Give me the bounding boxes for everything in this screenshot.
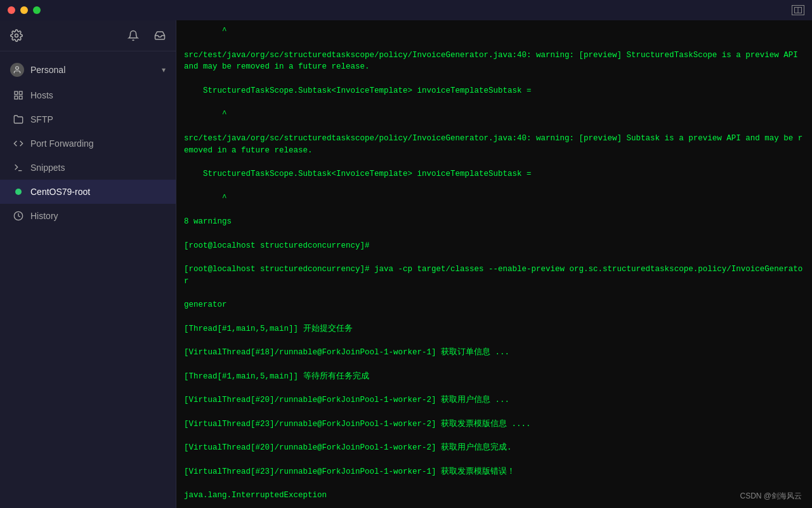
sidebar-item-history[interactable]: History: [0, 204, 176, 228]
terminal-line: src/test/java/org/sc/structuredtaskscope…: [184, 50, 804, 74]
terminal-text: ^ src/test/java/org/sc/structuredtasksco…: [184, 25, 804, 508]
sidebar-item-centos79-root[interactable]: CentOS79-root: [0, 180, 176, 204]
terminal-line: [Thread[#1,main,5,main]] 开始提交任务: [184, 323, 804, 335]
svg-rect-6: [15, 96, 18, 99]
sidebar-item-sftp[interactable]: SFTP: [0, 107, 176, 131]
terminal-line: [root@localhost structuredconcurrency]# …: [184, 264, 804, 288]
watermark: CSDN @剑海风云: [740, 490, 802, 502]
settings-button[interactable]: [10, 29, 23, 42]
sidebar-toolbar: [0, 20, 176, 51]
hosts-label: Hosts: [30, 90, 53, 100]
history-label: History: [30, 211, 58, 221]
terminal-line: [VirtualThread[#20]/runnable@ForkJoinPoo…: [184, 394, 804, 406]
personal-avatar: [10, 63, 24, 77]
svg-rect-7: [19, 96, 22, 99]
svg-point-9: [15, 189, 22, 195]
terminal-line: generator: [184, 299, 804, 311]
personal-section: Personal ▾ Hosts: [0, 51, 176, 233]
terminal-line: ^: [184, 25, 804, 37]
terminal-output[interactable]: ^ src/test/java/org/sc/structuredtasksco…: [176, 20, 812, 508]
sftp-label: SFTP: [30, 114, 53, 124]
inbox-button[interactable]: [154, 30, 166, 41]
centos79-active-icon: [13, 186, 24, 197]
port-forwarding-label: Port Forwarding: [30, 138, 94, 149]
svg-rect-4: [15, 91, 18, 95]
personal-chevron-icon: ▾: [162, 65, 166, 74]
terminal-line: [VirtualThread[#23]/runnable@ForkJoinPoo…: [184, 466, 804, 478]
svg-point-2: [15, 34, 18, 37]
notifications-button[interactable]: [128, 30, 139, 41]
centos79-root-label: CentOS79-root: [30, 187, 90, 197]
titlebar: [0, 0, 812, 20]
snippets-label: Snippets: [30, 163, 65, 173]
snippets-icon: [13, 162, 24, 173]
close-button[interactable]: [8, 6, 15, 14]
svg-point-3: [16, 67, 19, 70]
sidebar-item-hosts[interactable]: Hosts: [0, 83, 176, 107]
terminal-line: [VirtualThread[#20]/runnable@ForkJoinPoo…: [184, 442, 804, 454]
terminal-line: [VirtualThread[#18]/runnable@ForkJoinPoo…: [184, 347, 804, 359]
terminal-line: ^: [184, 192, 804, 204]
svg-rect-5: [19, 91, 22, 95]
terminal-line: [root@localhost structuredconcurrency]#: [184, 240, 804, 252]
terminal-line: StructuredTaskScope.Subtask<InvoiceTempl…: [184, 85, 804, 97]
personal-group-header[interactable]: Personal ▾: [0, 57, 176, 83]
personal-label: Personal: [30, 65, 65, 75]
terminal-line: [Thread[#1,main,5,main]] 等待所有任务完成: [184, 371, 804, 383]
main-layout: Personal ▾ Hosts: [0, 20, 812, 508]
terminal-line: [VirtualThread[#23]/runnable@ForkJoinPoo…: [184, 418, 804, 431]
sftp-icon: [13, 114, 24, 125]
hosts-icon: [13, 90, 24, 101]
terminal-line: src/test/java/org/sc/structuredtaskscope…: [184, 133, 804, 157]
sidebar: Personal ▾ Hosts: [0, 20, 176, 508]
terminal-line: StructuredTaskScope.Subtask<InvoiceTempl…: [184, 168, 804, 180]
port-forwarding-icon: [13, 138, 24, 149]
terminal-line: java.lang.InterruptedException: [184, 490, 804, 502]
traffic-lights: [8, 6, 41, 14]
window-resize-icon: [792, 5, 804, 15]
sidebar-item-port-forwarding[interactable]: Port Forwarding: [0, 131, 176, 156]
maximize-button[interactable]: [33, 6, 41, 14]
terminal-line: 8 warnings: [184, 216, 804, 228]
terminal-line: ^: [184, 109, 804, 121]
minimize-button[interactable]: [20, 6, 28, 14]
history-icon: [13, 210, 24, 222]
sidebar-item-snippets[interactable]: Snippets: [0, 156, 176, 180]
